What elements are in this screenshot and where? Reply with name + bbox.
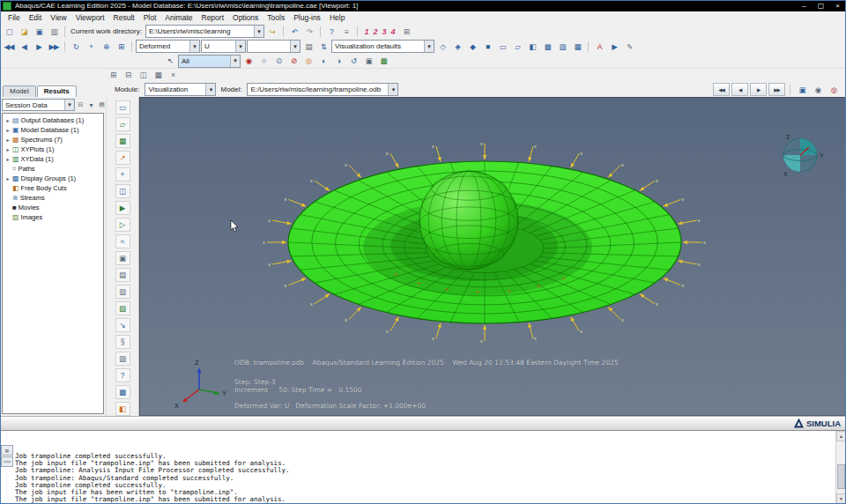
viewport-delete-icon[interactable]: × bbox=[166, 69, 180, 81]
menu-item[interactable]: Help bbox=[325, 13, 349, 22]
undo-selection-icon[interactable]: ↺ bbox=[346, 55, 360, 67]
message-area[interactable]: ▤ >>> Job trampoline completed successfu… bbox=[0, 430, 846, 504]
color-code-dialog-icon[interactable]: ▩ bbox=[376, 55, 390, 67]
tree-item[interactable]: ▨ Images bbox=[3, 212, 103, 222]
viewport-number-button[interactable]: 4 bbox=[390, 27, 397, 36]
animate-play-icon[interactable]: ▶ bbox=[32, 41, 46, 53]
tree-expander-icon[interactable]: ▸ bbox=[5, 117, 11, 123]
menu-item[interactable]: Plot bbox=[139, 13, 161, 22]
view-cut-icon[interactable]: ◧ bbox=[525, 41, 539, 53]
work-directory-combo[interactable]: E:\Users\riw\misc\learning bbox=[145, 25, 264, 38]
arrow-annotation-icon[interactable]: ▶ bbox=[607, 41, 621, 53]
visualization-defaults-combo[interactable]: Visualization defaults bbox=[331, 40, 434, 53]
create-display-group-icon[interactable]: ◉ bbox=[241, 55, 256, 67]
animate-previous-icon[interactable]: ◀ bbox=[17, 41, 31, 53]
plot-deformed-icon[interactable]: ▱ bbox=[115, 117, 130, 131]
field-output-icon[interactable]: ▤ bbox=[301, 41, 315, 53]
tree-item[interactable]: ▸ ▩ Display Groups (1) bbox=[3, 174, 103, 183]
record-animation-icon[interactable]: ◎ bbox=[827, 84, 841, 96]
tree-item[interactable]: ◧ Free Body Cuts bbox=[3, 183, 103, 193]
rotate-view-icon[interactable]: ↻ bbox=[69, 41, 83, 53]
menu-item[interactable]: Options bbox=[228, 13, 263, 22]
previous-frame-button[interactable]: ◀ bbox=[731, 83, 748, 96]
perspective-on-icon[interactable]: ▱ bbox=[510, 41, 524, 53]
render-hidden-icon[interactable]: ◈ bbox=[450, 41, 464, 53]
set-work-directory-icon[interactable]: ↪ bbox=[265, 26, 279, 38]
tab-results[interactable]: Results bbox=[37, 85, 77, 97]
redo-icon[interactable]: ↷ bbox=[302, 26, 316, 38]
fit-view-icon[interactable]: ⊞ bbox=[114, 41, 128, 53]
scroll-up-icon[interactable]: ▲ bbox=[836, 431, 846, 441]
contour-options-icon[interactable]: ▧ bbox=[115, 301, 130, 315]
display-group-manager-icon[interactable]: ▩ bbox=[115, 385, 130, 399]
viewport-tile-icon[interactable]: ◫ bbox=[136, 69, 150, 81]
tree-item[interactable]: ▸ ▣ Model Database (1) bbox=[3, 125, 103, 135]
edit-display-group-icon[interactable]: ○ bbox=[256, 55, 271, 67]
viewport[interactable]: xxxxxxxxxxxxxxxxxxxxxxxxxxxx Z Y X Z Y X… bbox=[139, 97, 846, 416]
animate-last-icon[interactable]: ▶▶ bbox=[47, 41, 61, 53]
menu-item[interactable]: Plug-ins bbox=[289, 13, 325, 22]
selection-filter-icon[interactable]: ▦ bbox=[570, 41, 584, 53]
next-frame-button[interactable]: ▶ bbox=[750, 83, 767, 96]
selection-filter-combo[interactable]: All bbox=[178, 55, 241, 68]
tree-expander-icon[interactable]: ▸ bbox=[5, 146, 11, 152]
query-information-icon[interactable]: ? bbox=[115, 368, 130, 382]
render-shaded-icon[interactable]: ◆ bbox=[465, 41, 479, 53]
print-icon[interactable]: ▥ bbox=[47, 26, 61, 38]
select-entities-icon[interactable]: ↖ bbox=[163, 55, 177, 67]
color-code-icon[interactable]: ▨ bbox=[555, 41, 569, 53]
animate-time-history-icon[interactable]: ▷ bbox=[115, 218, 130, 232]
tree-filter-icon[interactable]: ▼ bbox=[86, 100, 96, 110]
render-wireframe-icon[interactable]: ◇ bbox=[435, 41, 449, 53]
perspective-off-icon[interactable]: ▭ bbox=[495, 41, 509, 53]
macro-manager-icon[interactable]: ≡ bbox=[339, 26, 353, 38]
kernel-command-line-button[interactable]: >>> bbox=[1, 456, 13, 467]
tree-item[interactable]: ▸ ▦ Spectrums (7) bbox=[3, 135, 103, 145]
edit-annotations-icon[interactable]: ✎ bbox=[622, 41, 636, 53]
animate-harmonic-icon[interactable]: ≈ bbox=[115, 234, 130, 248]
plot-contours-icon[interactable]: ▦ bbox=[115, 134, 130, 148]
remove-selected-icon[interactable]: ⊘ bbox=[286, 55, 301, 67]
tree-expander-icon[interactable]: ▸ bbox=[5, 127, 11, 133]
menu-item[interactable]: Viewport bbox=[71, 13, 109, 22]
viewport-number-button[interactable]: 1 bbox=[363, 27, 370, 36]
last-frame-button[interactable]: ▶▶ bbox=[768, 83, 785, 96]
pan-view-icon[interactable]: + bbox=[84, 41, 98, 53]
menu-item[interactable]: Tools bbox=[263, 13, 289, 22]
plot-symbols-icon[interactable]: ↗ bbox=[115, 151, 130, 165]
save-icon[interactable]: ▣ bbox=[32, 26, 46, 38]
menu-item[interactable]: Animate bbox=[160, 13, 197, 22]
tree-collapse-all-icon[interactable]: ⊟ bbox=[76, 100, 85, 110]
tree-item[interactable]: ▸ ▥ XYData (1) bbox=[3, 154, 103, 164]
model-combo[interactable]: E:/Users/riw/misc/learning/trampoline.od… bbox=[247, 83, 398, 96]
refinement-combo[interactable] bbox=[247, 40, 301, 53]
intersect-selected-icon[interactable]: ◐ bbox=[316, 55, 330, 67]
magnify-view-icon[interactable]: ⊕ bbox=[99, 41, 113, 53]
frame-selector-icon[interactable]: ⇅ bbox=[316, 41, 330, 53]
close-button[interactable]: × bbox=[829, 0, 846, 11]
render-filled-icon[interactable]: ■ bbox=[480, 41, 494, 53]
trampoline-mesh-canvas[interactable]: xxxxxxxxxxxxxxxxxxxxxxxxxxxx bbox=[139, 97, 846, 416]
module-combo[interactable]: Visualization bbox=[145, 83, 216, 96]
plot-state-icon[interactable]: ⊙ bbox=[271, 55, 286, 67]
either-selected-icon[interactable]: ◑ bbox=[331, 55, 345, 67]
snapshot-camera-icon[interactable]: ◉ bbox=[811, 84, 825, 96]
odb-display-options-icon[interactable]: ▨ bbox=[115, 352, 130, 366]
tree-item[interactable]: ■ Movies bbox=[3, 203, 103, 212]
new-model-icon[interactable]: ▢ bbox=[2, 26, 16, 38]
menu-item[interactable]: Result bbox=[109, 13, 139, 22]
first-frame-button[interactable]: ◀◀ bbox=[713, 83, 730, 96]
animation-options-icon[interactable]: ▣ bbox=[115, 251, 130, 265]
multiple-plot-states-icon[interactable]: ◫ bbox=[115, 184, 130, 198]
message-area-button[interactable]: ▤ bbox=[1, 445, 13, 456]
print-viewport-icon[interactable]: ▣ bbox=[795, 84, 809, 96]
superimpose-options-icon[interactable]: ▥ bbox=[115, 285, 130, 299]
query-icon[interactable]: ? bbox=[324, 26, 338, 38]
menu-item[interactable]: Edit bbox=[25, 13, 47, 22]
tree-expander-icon[interactable]: ▸ bbox=[5, 156, 11, 162]
tree-item[interactable]: ▸ ▤ Output Databases (1) bbox=[3, 115, 103, 125]
replace-selected-icon[interactable]: ◎ bbox=[301, 55, 315, 67]
undo-icon[interactable]: ↶ bbox=[287, 26, 301, 38]
viewport-cascade-icon[interactable]: ▦ bbox=[151, 69, 165, 81]
scroll-thumb[interactable] bbox=[837, 464, 845, 489]
